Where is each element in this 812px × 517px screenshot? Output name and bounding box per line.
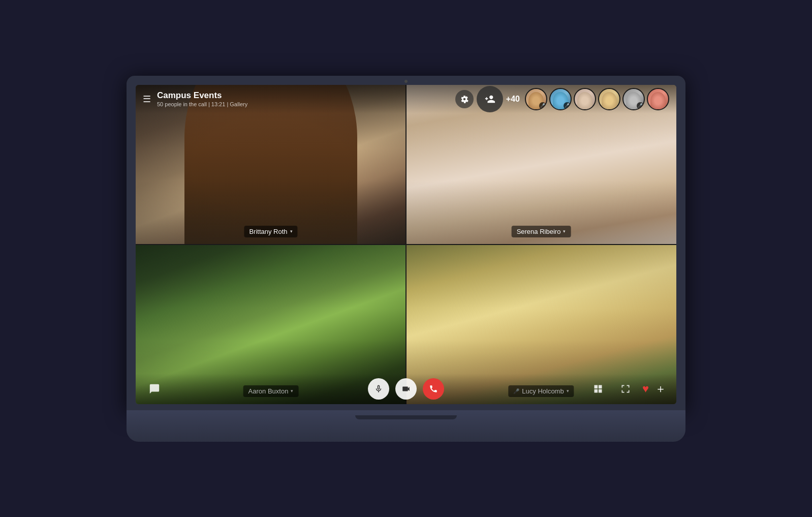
header-bar: ☰ Campus Events 50 people in the call | … — [136, 85, 676, 113]
call-title: Campus Events — [157, 90, 455, 101]
avatar-5: 🎤 — [622, 88, 645, 110]
screen-bezel: Brittany Roth ▾ Serena Ribeiro — [127, 76, 685, 411]
avatar-4 — [598, 88, 620, 110]
layout-button[interactable] — [587, 378, 609, 400]
chat-button[interactable] — [146, 380, 163, 398]
avatar-2: 🎤 — [549, 88, 572, 110]
grid-divider-horizontal — [136, 244, 676, 245]
control-left — [146, 380, 163, 398]
fullscreen-button[interactable] — [615, 378, 636, 400]
menu-button[interactable]: ☰ — [143, 94, 151, 105]
participants-strip: 🎤 🎤 🎤 — [525, 88, 669, 110]
screen: Brittany Roth ▾ Serena Ribeiro — [136, 85, 676, 404]
avatar-3 — [574, 88, 596, 110]
plus-count: +40 — [506, 95, 520, 104]
avatar-1: 🎤 — [525, 88, 547, 110]
name-label-serena[interactable]: Serena Ribeiro ▾ — [512, 226, 571, 237]
settings-button[interactable] — [455, 90, 474, 108]
mic-button[interactable] — [368, 378, 389, 400]
control-right: ♥ ＋ — [587, 378, 666, 400]
name-label-brittany[interactable]: Brittany Roth ▾ — [244, 226, 297, 237]
control-center — [368, 378, 444, 400]
mic-badge-1: 🎤 — [539, 102, 546, 109]
control-bar: ♥ ＋ — [136, 374, 676, 404]
laptop-frame: Brittany Roth ▾ Serena Ribeiro — [127, 76, 685, 442]
webcam — [404, 80, 408, 83]
laptop-base — [127, 410, 685, 442]
more-options-button[interactable]: ＋ — [655, 381, 666, 397]
mic-badge-5: 🎤 — [637, 102, 644, 109]
video-grid: Brittany Roth ▾ Serena Ribeiro — [136, 85, 676, 404]
add-person-button[interactable] — [477, 86, 503, 112]
chevron-icon: ▾ — [290, 229, 293, 234]
subtitle-text: 50 people in the call | 13:21 | Gallery — [157, 101, 247, 107]
name-text-serena: Serena Ribeiro — [517, 228, 561, 235]
react-button[interactable]: ♥ — [642, 382, 649, 396]
call-subtitle: 50 people in the call | 13:21 | Gallery — [157, 101, 455, 107]
call-info: Campus Events 50 people in the call | 13… — [157, 90, 455, 107]
end-call-button[interactable] — [423, 378, 444, 400]
mic-badge-2: 🎤 — [564, 102, 571, 109]
avatar-6 — [647, 88, 669, 110]
name-text-brittany: Brittany Roth — [249, 228, 287, 235]
camera-button[interactable] — [395, 378, 417, 400]
chevron-icon-2: ▾ — [563, 229, 566, 234]
